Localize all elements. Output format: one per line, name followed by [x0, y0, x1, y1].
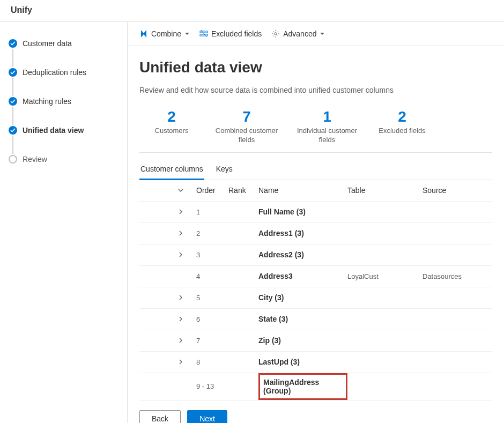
col-table: Table: [347, 186, 423, 195]
chevron-right-icon: [177, 251, 184, 258]
table-row[interactable]: 9 - 13MailingAddress (Group): [139, 373, 492, 400]
chevron-down-icon: [177, 187, 184, 194]
next-button[interactable]: Next: [187, 410, 227, 423]
table-row[interactable]: 2Address1 (3): [139, 223, 492, 244]
step-label: Deduplication rules: [23, 68, 86, 77]
back-button[interactable]: Back: [139, 410, 181, 423]
table-row[interactable]: 8LastUpd (3): [139, 352, 492, 373]
stats-row: 2Customers7Combined customer fields1Indi…: [139, 104, 492, 153]
combine-label: Combine: [151, 29, 181, 38]
svg-rect-1: [200, 34, 207, 36]
chevron-right-icon: [177, 294, 184, 301]
row-name: MailingAddress (Group): [263, 378, 319, 395]
chevron-right-icon: [177, 316, 184, 322]
expand-row[interactable]: [165, 230, 196, 236]
row-order: 7: [196, 337, 228, 345]
main-content: Combine Excluded fields Advanced Unified…: [128, 22, 504, 423]
step-label: Review: [23, 155, 47, 164]
excluded-label: Excluded fields: [211, 29, 262, 38]
tab-keys[interactable]: Keys: [215, 160, 234, 180]
advanced-label: Advanced: [283, 29, 316, 38]
row-name: Address2 (3): [258, 250, 347, 259]
excluded-icon: [199, 29, 208, 38]
check-icon: [9, 39, 17, 48]
expand-row[interactable]: [165, 316, 196, 322]
app-title: Unify: [11, 5, 32, 14]
row-name: Full Name (3): [258, 207, 347, 216]
stat-label: Individual customer fields: [290, 127, 365, 145]
stat-card: 2Customers: [139, 108, 204, 145]
page-title: Unified data view: [139, 59, 492, 76]
row-order: 4: [196, 272, 228, 280]
col-source: Source: [423, 186, 492, 195]
expand-row[interactable]: [165, 294, 196, 301]
row-order: 6: [196, 315, 228, 323]
table-row[interactable]: 3Address2 (3): [139, 244, 492, 266]
circle-icon: [9, 155, 17, 164]
chevron-right-icon: [177, 209, 184, 215]
wizard-step[interactable]: Customer data: [9, 35, 123, 52]
expand-row[interactable]: [165, 337, 196, 344]
combine-menu[interactable]: Combine: [139, 29, 190, 38]
row-order: 2: [196, 229, 228, 238]
chevron-right-icon: [177, 337, 184, 344]
check-icon: [9, 97, 17, 106]
expand-row[interactable]: [165, 251, 196, 258]
row-name: Address1 (3): [258, 229, 347, 238]
wizard-step[interactable]: Matching rules: [9, 93, 123, 110]
stat-label: Excluded fields: [370, 127, 434, 136]
stat-value: 2: [370, 108, 434, 125]
table-header-row: Order Rank Name Table Source: [139, 180, 492, 202]
columns-table: Order Rank Name Table Source 1Full Name …: [139, 180, 492, 400]
step-label: Unified data view: [23, 126, 84, 135]
footer-buttons: Back Next: [128, 400, 504, 423]
row-order: 5: [196, 294, 228, 302]
stat-card: 7Combined customer fields: [209, 108, 284, 145]
row-name: LastUpd (3): [258, 358, 347, 366]
table-row[interactable]: 4Address3LoyalCustDatasources: [139, 266, 492, 287]
page-description: Review and edit how source data is combi…: [139, 86, 492, 94]
chevron-down-icon: [184, 31, 190, 36]
tab-customer-columns[interactable]: Customer columns: [139, 160, 204, 180]
row-name: City (3): [258, 293, 347, 302]
advanced-menu[interactable]: Advanced: [271, 29, 325, 38]
row-source: Datasources: [423, 272, 492, 280]
stat-label: Customers: [139, 127, 204, 136]
back-label: Back: [152, 414, 168, 423]
expand-row[interactable]: [165, 359, 196, 365]
chevron-down-icon: [320, 31, 325, 36]
chevron-right-icon: [177, 359, 184, 365]
app-header: Unify: [0, 0, 504, 22]
table-row[interactable]: 5City (3): [139, 287, 492, 309]
sort-control[interactable]: [165, 187, 196, 194]
stat-value: 7: [209, 108, 284, 125]
tab-label: Keys: [216, 165, 233, 173]
svg-point-3: [275, 33, 277, 35]
expand-row[interactable]: [165, 209, 196, 215]
row-name: State (3): [258, 315, 347, 323]
wizard-step[interactable]: Unified data view: [9, 122, 123, 139]
wizard-step[interactable]: Review: [9, 151, 123, 168]
stat-value: 1: [290, 108, 365, 125]
stat-card: 2Excluded fields: [370, 108, 434, 145]
combine-icon: [139, 29, 148, 38]
check-icon: [9, 126, 17, 135]
col-name: Name: [258, 186, 347, 195]
row-order: 1: [196, 208, 228, 216]
wizard-step[interactable]: Deduplication rules: [9, 64, 123, 81]
excluded-fields-button[interactable]: Excluded fields: [199, 29, 262, 38]
tabs: Customer columns Keys: [139, 160, 492, 180]
row-name: Address3: [258, 272, 347, 280]
row-name: Zip (3): [258, 336, 347, 345]
step-label: Customer data: [23, 39, 72, 48]
col-order: Order: [196, 186, 228, 195]
toolbar: Combine Excluded fields Advanced: [128, 22, 504, 46]
table-row[interactable]: 7Zip (3): [139, 330, 492, 352]
row-order: 8: [196, 358, 228, 366]
tab-label: Customer columns: [140, 165, 203, 173]
step-label: Matching rules: [23, 97, 71, 106]
col-rank: Rank: [228, 186, 258, 195]
table-row[interactable]: 1Full Name (3): [139, 202, 492, 223]
stat-value: 2: [139, 108, 204, 125]
table-row[interactable]: 6State (3): [139, 309, 492, 330]
